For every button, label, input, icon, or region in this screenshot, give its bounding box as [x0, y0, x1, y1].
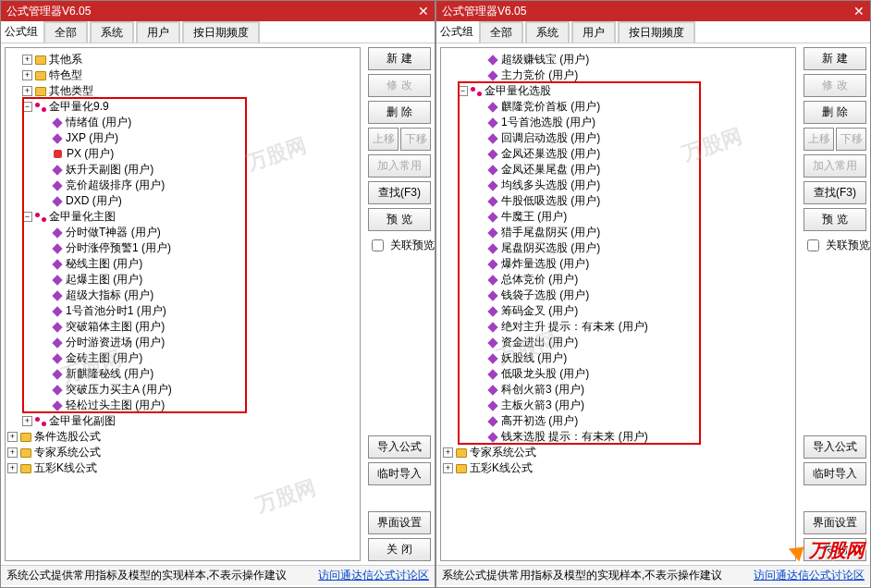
up-button[interactable]: 上移 [804, 128, 834, 151]
tab-all[interactable]: 全部 [43, 21, 88, 43]
footer-link[interactable]: 访问通达信公式讨论区 [318, 568, 429, 583]
tree-folder[interactable]: +专家系统公式 [443, 445, 793, 460]
tree-item[interactable]: 妖股线 (用户) [443, 350, 793, 366]
expand-icon[interactable]: + [22, 55, 32, 65]
expand-icon[interactable]: − [22, 212, 32, 222]
tree-item[interactable]: DXD (用户) [7, 193, 358, 209]
linkpreview-input[interactable] [372, 239, 384, 251]
expand-icon[interactable]: + [22, 70, 32, 80]
edit-button[interactable]: 修 改 [804, 74, 866, 97]
tree-folder[interactable]: +五彩K线公式 [7, 460, 358, 476]
expand-icon[interactable]: − [458, 86, 468, 96]
tree-item[interactable]: 分时游资进场 (用户) [7, 335, 358, 350]
down-button[interactable]: 下移 [400, 128, 431, 151]
tree-left[interactable]: + 其他系+ 特色型+ 其他类型−金甲量化9.9情绪值 (用户)JXP (用户)… [5, 47, 361, 561]
tree-item[interactable]: 金凤还巢尾盘 (用户) [443, 162, 793, 178]
tree-item[interactable]: 1号首池选股 (用户) [443, 115, 793, 130]
tree-item[interactable]: 新麒隆秘线 (用户) [7, 366, 358, 382]
tree-item[interactable]: 金砖主图 (用户) [7, 350, 358, 366]
tree-item[interactable]: 分时涨停预警1 (用户) [7, 240, 358, 256]
uisetting-button[interactable]: 界面设置 [368, 511, 431, 534]
tree-item[interactable]: 超级赚钱宝 (用户) [443, 52, 793, 67]
close-button[interactable]: 关 闭 [804, 538, 866, 561]
tree-item[interactable]: 筹码金叉 (用户) [443, 303, 793, 319]
tmpimport-button[interactable]: 临时导入 [368, 462, 431, 485]
expand-icon[interactable]: + [7, 432, 18, 442]
tree-item[interactable]: 尾盘阴买选股 (用户) [443, 240, 793, 256]
tab-sys[interactable]: 系统 [90, 21, 134, 43]
close-icon[interactable]: ✕ [853, 4, 865, 18]
uisetting-button[interactable]: 界面设置 [804, 511, 866, 534]
tree-item[interactable]: PX (用户) [7, 146, 358, 162]
addcommon-button[interactable]: 加入常用 [804, 154, 866, 178]
expand-icon[interactable]: + [22, 86, 32, 96]
tree-item[interactable]: JXP (用户) [7, 130, 358, 146]
linkpreview-checkbox[interactable]: 关联预览 [368, 237, 431, 254]
tree-item[interactable]: 总体竞价 (用户) [443, 272, 793, 288]
tree-item[interactable]: 金凤还巢选股 (用户) [443, 146, 793, 162]
tree-item[interactable]: 钱来选股 提示：有未来 (用户) [443, 429, 793, 445]
tree-item[interactable]: 低吸龙头股 (用户) [443, 366, 793, 382]
tab-user[interactable]: 用户 [136, 21, 180, 43]
addcommon-button[interactable]: 加入常用 [368, 154, 431, 178]
tree-item[interactable]: 牛股低吸选股 (用户) [443, 193, 793, 209]
edit-button[interactable]: 修 改 [368, 74, 431, 97]
tree-item[interactable]: 资金进出 (用户) [443, 335, 793, 350]
tree-item[interactable]: 钱袋子选股 (用户) [443, 288, 793, 303]
tree-item[interactable]: 情绪值 (用户) [7, 115, 358, 130]
footer-link[interactable]: 访问通达信公式讨论区 [754, 568, 865, 583]
new-button[interactable]: 新 建 [804, 47, 866, 70]
tree-item[interactable]: 起爆主图 (用户) [7, 272, 358, 288]
preview-button[interactable]: 预 览 [368, 208, 431, 231]
linkpreview-input[interactable] [807, 239, 819, 251]
tree-item[interactable]: 竞价超级排序 (用户) [7, 178, 358, 193]
tab-date[interactable]: 按日期频度 [182, 21, 260, 43]
find-button[interactable]: 查找(F3) [368, 181, 431, 204]
preview-button[interactable]: 预 览 [804, 208, 866, 231]
tree-item[interactable]: 轻松过头主图 (用户) [7, 398, 358, 413]
up-button[interactable]: 上移 [368, 128, 399, 151]
delete-button[interactable]: 删 除 [804, 101, 866, 124]
expand-icon[interactable]: + [443, 447, 453, 458]
tree-item[interactable]: 主力竞价 (用户) [443, 67, 793, 83]
tmpimport-button[interactable]: 临时导入 [804, 462, 866, 485]
tree-item[interactable]: 猎手尾盘阴买 (用户) [443, 225, 793, 240]
tree-item[interactable]: 超级大指标 (用户) [7, 288, 358, 303]
tree-item[interactable]: 科创火箭3 (用户) [443, 382, 793, 398]
tab-all[interactable]: 全部 [479, 21, 523, 43]
tree-item[interactable]: 主板火箭3 (用户) [443, 398, 793, 413]
tree-item[interactable]: 麒隆竞价首板 (用户) [443, 99, 793, 115]
tab-user[interactable]: 用户 [571, 21, 616, 43]
tree-item[interactable]: 突破箱体主图 (用户) [7, 319, 358, 335]
tree-folder[interactable]: +五彩K线公式 [443, 460, 793, 476]
tree-folder[interactable]: + 其他类型 [7, 83, 358, 99]
expand-icon[interactable]: + [7, 447, 18, 458]
tree-item[interactable]: 爆炸量选股 (用户) [443, 256, 793, 272]
tree-item[interactable]: 妖升天副图 (用户) [7, 162, 358, 178]
import-button[interactable]: 导入公式 [368, 435, 431, 459]
tree-item[interactable]: 均线多头选股 (用户) [443, 178, 793, 193]
tree-folder[interactable]: −金甲量化9.9 [7, 99, 358, 115]
expand-icon[interactable]: + [7, 463, 18, 473]
tree-folder[interactable]: +金甲量化副图 [7, 413, 358, 429]
down-button[interactable]: 下移 [836, 128, 866, 151]
import-button[interactable]: 导入公式 [804, 435, 866, 459]
tree-item[interactable]: 回调启动选股 (用户) [443, 130, 793, 146]
tree-item[interactable]: 绝对主升 提示：有未来 (用户) [443, 319, 793, 335]
expand-icon[interactable]: − [22, 102, 32, 112]
tree-folder[interactable]: +条件选股公式 [7, 429, 358, 445]
new-button[interactable]: 新 建 [368, 47, 431, 70]
tab-sys[interactable]: 系统 [525, 21, 570, 43]
expand-icon[interactable]: + [22, 416, 32, 426]
tab-date[interactable]: 按日期频度 [618, 21, 695, 43]
linkpreview-checkbox[interactable]: 关联预览 [804, 237, 866, 254]
tree-item[interactable]: 突破压力买主A (用户) [7, 382, 358, 398]
tree-item[interactable]: 分时做T神器 (用户) [7, 225, 358, 240]
tree-right[interactable]: 超级赚钱宝 (用户)主力竞价 (用户)−金甲量化选股麒隆竞价首板 (用户)1号首… [440, 47, 796, 561]
tree-folder[interactable]: +专家系统公式 [7, 445, 358, 460]
tree-item[interactable]: 秘线主图 (用户) [7, 256, 358, 272]
tree-item[interactable]: 高开初选 (用户) [443, 413, 793, 429]
close-icon[interactable]: ✕ [418, 4, 429, 18]
tree-folder[interactable]: −金甲量化主图 [7, 209, 358, 225]
tree-folder[interactable]: −金甲量化选股 [443, 83, 793, 99]
